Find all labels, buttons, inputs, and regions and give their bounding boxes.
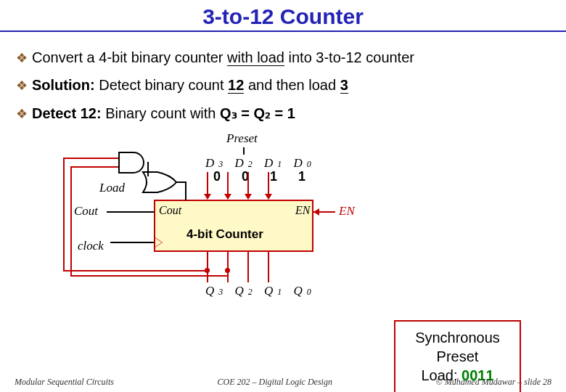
bullet-icon: ❖ bbox=[16, 78, 28, 93]
arrow-icon bbox=[204, 194, 211, 200]
wire bbox=[247, 252, 249, 282]
d-input-labels: D3 D2 D1 D0 bbox=[201, 156, 316, 171]
wire bbox=[107, 211, 154, 213]
en-port: EN bbox=[295, 204, 310, 217]
wire bbox=[63, 158, 118, 159]
footer-left: Modular Sequential Circuits bbox=[15, 377, 114, 388]
wire bbox=[243, 147, 245, 155]
wire bbox=[247, 172, 249, 195]
b1-text2: into 3-to-12 counter bbox=[284, 49, 414, 65]
title-bar: 3-to-12 Counter bbox=[0, 0, 566, 32]
wire bbox=[63, 158, 65, 271]
q2-label: Q2 bbox=[232, 284, 254, 298]
arrow-icon bbox=[224, 194, 231, 200]
bullet-icon: ❖ bbox=[16, 107, 28, 121]
d1-label: D1 bbox=[262, 156, 284, 170]
d0-label: D0 bbox=[291, 156, 313, 170]
d2-label: D2 bbox=[232, 156, 254, 170]
b1-underline: with load bbox=[227, 49, 284, 66]
arrow-icon bbox=[265, 194, 272, 200]
wire bbox=[227, 252, 229, 282]
preset-label: Preset bbox=[226, 131, 258, 146]
q-output-labels: Q3 Q2 Q1 Q0 bbox=[201, 284, 316, 298]
b1-text: Convert a 4-bit binary counter bbox=[32, 49, 227, 65]
clock-triangle-fill bbox=[155, 238, 162, 247]
cout-port: Cout bbox=[159, 204, 181, 217]
arrow-icon bbox=[313, 208, 319, 216]
wire bbox=[147, 162, 149, 176]
counter-label: 4-bit Counter bbox=[186, 227, 263, 242]
junction-dot bbox=[225, 268, 230, 273]
info-preset: Preset bbox=[400, 348, 515, 365]
wire bbox=[268, 252, 269, 282]
circuit-diagram: Preset Load D3 D2 D1 D0 0 0 1 1 bbox=[49, 131, 353, 320]
info-sync: Synchronous bbox=[400, 330, 515, 346]
footer-right: © Muhamed Mudawar – slide 28 bbox=[436, 377, 551, 388]
clock-label: clock bbox=[78, 239, 104, 253]
b3-eq: Q₃ = Q₂ = 1 bbox=[220, 105, 295, 121]
wire bbox=[63, 270, 208, 271]
bullet-1: ❖Convert a 4-bit binary counter with loa… bbox=[16, 48, 550, 67]
en-label: EN bbox=[339, 204, 355, 219]
slide-title: 3-to-12 Counter bbox=[0, 4, 566, 29]
b2-mid: and then load bbox=[244, 77, 340, 93]
wire bbox=[70, 166, 118, 168]
footer-center: COE 202 – Digital Logic Design bbox=[218, 377, 332, 388]
wire bbox=[207, 172, 208, 195]
d3-label: D3 bbox=[203, 156, 225, 170]
wire bbox=[70, 166, 72, 277]
b3-label: Detect 12: bbox=[32, 105, 102, 121]
q1-label: Q1 bbox=[262, 284, 284, 298]
wire bbox=[110, 242, 154, 243]
wire bbox=[70, 275, 229, 277]
wire bbox=[185, 181, 186, 200]
b2-u1: 12 bbox=[228, 77, 244, 94]
bullet-icon: ❖ bbox=[16, 51, 28, 65]
diagram-area: Preset Load D3 D2 D1 D0 0 0 1 1 bbox=[16, 131, 550, 335]
arrow-icon bbox=[245, 194, 252, 200]
b3-text: Binary count with bbox=[102, 105, 220, 121]
content-area: ❖Convert a 4-bit binary counter with loa… bbox=[0, 32, 566, 335]
q3-label: Q3 bbox=[203, 284, 225, 298]
b2-u2: 3 bbox=[340, 77, 348, 94]
wire bbox=[207, 252, 208, 282]
cout-label: Cout bbox=[74, 204, 98, 219]
wire bbox=[268, 172, 269, 195]
bullet-3: ❖Detect 12: Binary count with Q₃ = Q₂ = … bbox=[16, 104, 550, 123]
bullet-2: ❖Solution: Detect binary count 12 and th… bbox=[16, 75, 550, 94]
b2-text: Detect binary count bbox=[95, 77, 228, 93]
wire bbox=[227, 172, 229, 195]
load-label: Load bbox=[99, 181, 125, 195]
q0-label: Q0 bbox=[291, 284, 313, 298]
b2-label: Solution: bbox=[32, 77, 95, 93]
footer: Modular Sequential Circuits COE 202 – Di… bbox=[0, 377, 566, 388]
